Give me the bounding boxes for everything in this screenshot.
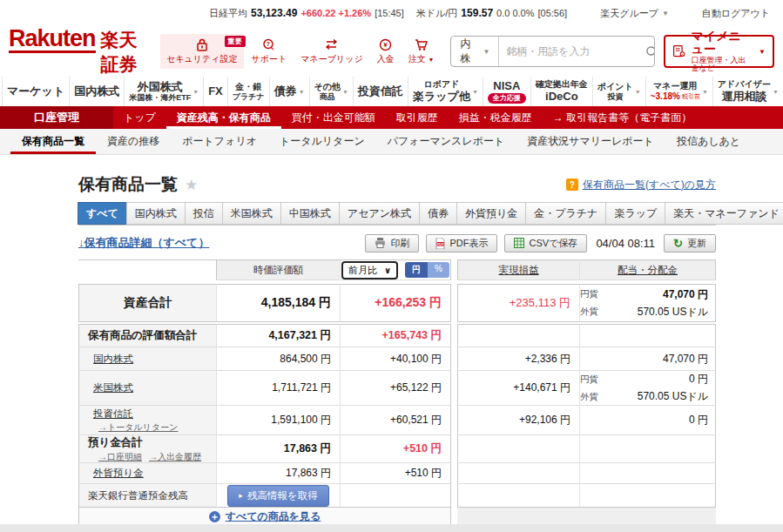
mainnav-item[interactable]: FX [203,77,227,106]
compare-period-select[interactable]: 前月比 ∨ [341,261,398,279]
subnav-item[interactable]: 資産状況サマリーレポート [516,129,665,154]
search-icon[interactable] [638,45,654,58]
arrow-right-icon: ▸ [239,491,243,500]
order-item[interactable]: 注文 ▼ [402,34,441,69]
account-nav-item[interactable]: 買付・出金可能額 [281,106,386,129]
caret-down-icon: ▼ [662,10,669,17]
mainnav-item[interactable]: NISA 全力応援 [483,77,530,106]
favorite-star-icon[interactable]: ★ [185,176,198,194]
mymenu-button[interactable]: マイメニュー 口座管理・入出金など ▼ [664,35,774,68]
help-link[interactable]: ? 保有商品一覧(すべて)の見方 [566,178,716,192]
unit-yen-option[interactable]: 円 [405,262,428,278]
deposit-item[interactable]: ¥ 入金 [371,34,401,69]
subnav-item[interactable]: 資産の推移 [96,129,171,154]
mainnav-item[interactable]: マネー運用 ~3.18% 税引前 ▼ [645,77,712,106]
mainnav-item[interactable]: 金・銀 プラチナ [227,77,269,106]
mainnav-item[interactable]: 債券 ▼ [269,77,309,106]
caret-down-icon: ▼ [773,89,779,95]
asset-tab[interactable]: 国内株式 [126,202,186,225]
investment-trusts-link[interactable]: 投資信託 [93,407,133,421]
col-header-dividend: 配当・分配金 [579,259,716,280]
account-document-icon [672,43,686,60]
deposit-history-link[interactable]: →入出金履歴 [149,451,201,463]
svg-text:¥: ¥ [383,41,388,49]
row-asset-total: 資産合計 4,185,184 円 +166,253 円 +235,113 円 円… [78,284,716,322]
account-nav-item[interactable]: 資産残高・保有商品 [166,106,281,129]
mainnav-item[interactable]: マーケット [2,77,69,106]
asset-tab[interactable]: 中国株式 [280,202,340,225]
search-category-select[interactable]: 国内株式 ▼ [451,37,499,66]
refresh-button[interactable]: ↻ 更新 [664,234,716,253]
asset-tab[interactable]: 楽ラップ [605,202,665,225]
usdjpy-value: 159.57 [461,7,493,19]
support-item[interactable]: ? サポート [246,34,294,69]
csv-button[interactable]: CSVで保存 [504,234,587,253]
caret-down-icon: ▼ [483,48,489,56]
print-button[interactable]: 印刷 [365,234,419,253]
money-bridge-item[interactable]: マネーブリッジ [294,34,368,69]
csv-table-icon [514,238,524,248]
unit-percent-option[interactable]: % [428,262,449,278]
plus-circle-icon: ＋ [209,511,220,522]
mainnav-item[interactable]: 確定拠出年金 iDeCo [530,77,592,106]
asset-tab[interactable]: 外貨預り金 [456,202,526,225]
nikkei-value: 53,123.49 [251,7,297,19]
mainnav-item[interactable]: その他 商品 ▼ [309,77,353,106]
subnav-item[interactable]: ポートフォリオ [171,129,268,154]
account-nav-item[interactable]: 損益・税金履歴 [449,106,543,129]
asset-tab[interactable]: 米国株式 [222,202,281,225]
asset-tab[interactable]: 楽天・マネーファンド [665,202,783,225]
asset-tab[interactable]: アセアン株式 [339,202,420,225]
asset-tab[interactable]: すべて [78,202,127,225]
account-nav-item[interactable]: → 取引報告書等（電子書面） [543,106,702,129]
subnav-item[interactable]: 保有商品一覧 [10,129,96,154]
mainnav-item[interactable]: ポイント 投資 ▼ [592,77,645,106]
caret-down-icon: ▼ [472,89,478,95]
bank-transfer-icon [324,38,339,51]
fx-deposit-link[interactable]: 外貨預り金 [93,467,144,480]
usdjpy-change: 0.0 0.0% [496,8,534,18]
account-nav-item[interactable]: トップ [113,106,166,129]
caret-down-icon: ▼ [759,48,766,56]
account-nav-home[interactable]: 口座管理 [0,106,113,129]
show-all-products-link[interactable]: ＋ すべての商品を見る [78,508,451,526]
row-investment-trusts: 投資信託 →トータルリターン 1,591,100 円 +60,521 円 +92… [78,406,716,435]
holdings-sub-nav: 保有商品一覧 資産の推移 ポートフォリオ トータルリターン パフォーマンスレポー… [0,129,783,155]
us-stocks-link[interactable]: 米国株式 [93,381,133,394]
account-nav-item[interactable]: 取引履歴 [386,106,449,129]
important-badge: 重要 [225,36,246,47]
col-header-market-value: 時価評価額 [216,259,340,280]
mainnav-item[interactable]: ロボアド 楽ラップ他 ▼ [408,77,483,106]
account-detail-link[interactable]: →口座明細 [98,451,142,463]
domestic-stocks-link[interactable]: 国内株式 [93,353,133,366]
mymenu-subtitle: 口座管理・入出金など [691,57,753,74]
get-balance-button[interactable]: ▸ 残高情報を取得 [227,485,328,507]
subnav-item[interactable]: パフォーマンスレポート [376,129,516,154]
usdjpy-quote: 米ドル/円 159.57 0.0 0.0% [05:56] [416,7,567,20]
subnav-item[interactable]: 投信あしあと [665,129,752,154]
asset-class-tabs: すべて 国内株式 投信 米国株式 中国株式 アセアン株式 債券 外貨預り金 金・… [78,202,716,226]
asset-tab[interactable]: 投信 [185,202,223,225]
mainnav-item[interactable]: 国内株式 [69,77,124,106]
toggle-knob [777,7,783,19]
asset-tab[interactable]: 金・プラチナ [525,202,606,225]
svg-text:?: ? [267,41,270,47]
rakuten-logo[interactable]: Rakuten 楽天証券 [9,26,145,77]
search-input[interactable] [499,45,638,57]
pdf-button[interactable]: PDF PDF表示 [426,234,497,253]
mainnav-item[interactable]: 外国株式 米国株・海外ETF ▼ [124,77,203,106]
nikkei-label: 日経平均 [209,7,247,20]
mainnav-item[interactable]: アドバイザー 運用相談 ▼ [712,77,783,106]
rakuten-group-dropdown[interactable]: 楽天グループ ▼ [600,7,669,20]
total-return-link[interactable]: →トータルリターン [98,421,178,434]
subnav-item[interactable]: トータルリターン [268,129,376,154]
unit-toggle: 円 % [405,262,449,278]
caret-down-icon: ▼ [702,89,708,95]
security-settings-item[interactable]: 重要 セキュリティ設定 [160,34,243,69]
mainnav-item[interactable]: 投資信託 [353,77,408,106]
holdings-detail-link[interactable]: ↓保有商品詳細（すべて） [78,235,209,251]
mymenu-title: マイメニュー [691,30,753,57]
account-nav: 口座管理 トップ 資産残高・保有商品 買付・出金可能額 取引履歴 損益・税金履歴… [0,106,783,129]
asset-tab[interactable]: 債券 [419,202,457,225]
row-rakuten-bank: 楽天銀行普通預金残高 ▸ 残高情報を取得 [78,484,716,508]
